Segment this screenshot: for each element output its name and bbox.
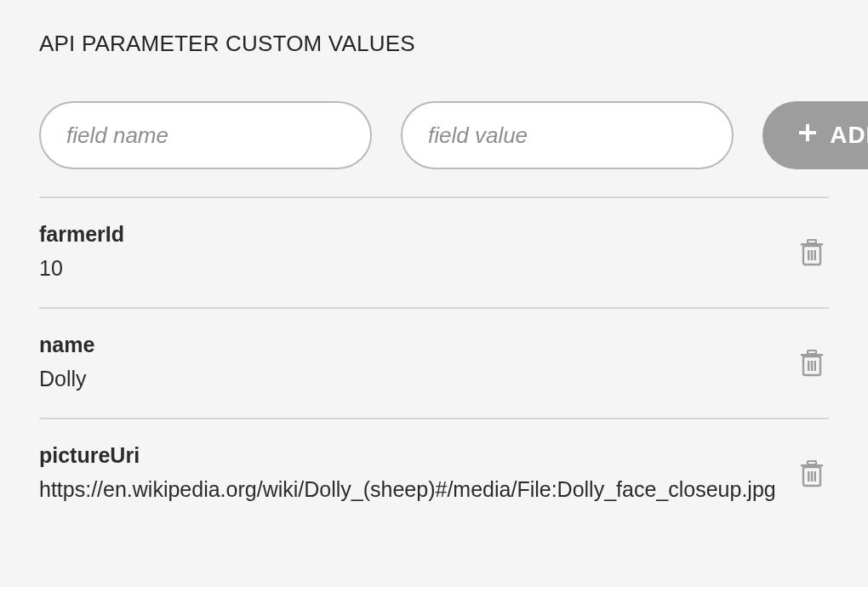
field-value-input[interactable] <box>401 101 734 169</box>
param-value: https://en.wikipedia.org/wiki/Dolly_(she… <box>39 475 778 504</box>
param-text: name Dolly <box>39 333 778 394</box>
trash-icon <box>800 239 824 266</box>
param-name: name <box>39 333 778 357</box>
svg-rect-19 <box>808 461 816 464</box>
param-text: pictureUri https://en.wikipedia.org/wiki… <box>39 443 778 504</box>
svg-rect-9 <box>808 361 809 371</box>
param-row: name Dolly <box>39 309 829 418</box>
plus-icon <box>797 122 818 149</box>
field-name-input[interactable] <box>39 101 372 169</box>
svg-rect-7 <box>808 240 816 243</box>
param-value: 10 <box>39 254 778 283</box>
svg-rect-13 <box>808 350 816 354</box>
api-params-panel: API PARAMETER CUSTOM VALUES ADD farmerId… <box>0 0 868 587</box>
param-name: farmerId <box>39 222 778 247</box>
trash-icon <box>800 460 824 487</box>
svg-rect-17 <box>814 471 816 481</box>
param-name: pictureUri <box>39 443 778 468</box>
add-param-form: ADD <box>39 101 829 169</box>
trash-icon <box>800 350 824 377</box>
param-text: farmerId 10 <box>39 222 778 283</box>
svg-rect-11 <box>814 361 816 371</box>
svg-rect-10 <box>811 361 813 371</box>
svg-rect-3 <box>808 250 809 260</box>
section-title: API PARAMETER CUSTOM VALUES <box>39 31 829 57</box>
svg-rect-16 <box>811 471 813 481</box>
param-row: farmerId 10 <box>39 198 829 307</box>
param-row: pictureUri https://en.wikipedia.org/wiki… <box>39 419 829 528</box>
delete-button[interactable] <box>795 234 829 271</box>
svg-rect-5 <box>814 250 816 260</box>
delete-button[interactable] <box>795 455 829 493</box>
add-button-label: ADD <box>830 122 868 149</box>
delete-button[interactable] <box>795 345 829 382</box>
svg-rect-1 <box>799 131 816 134</box>
add-button[interactable]: ADD <box>762 101 868 169</box>
param-value: Dolly <box>39 364 778 394</box>
svg-rect-15 <box>808 471 809 481</box>
svg-rect-4 <box>811 250 813 260</box>
